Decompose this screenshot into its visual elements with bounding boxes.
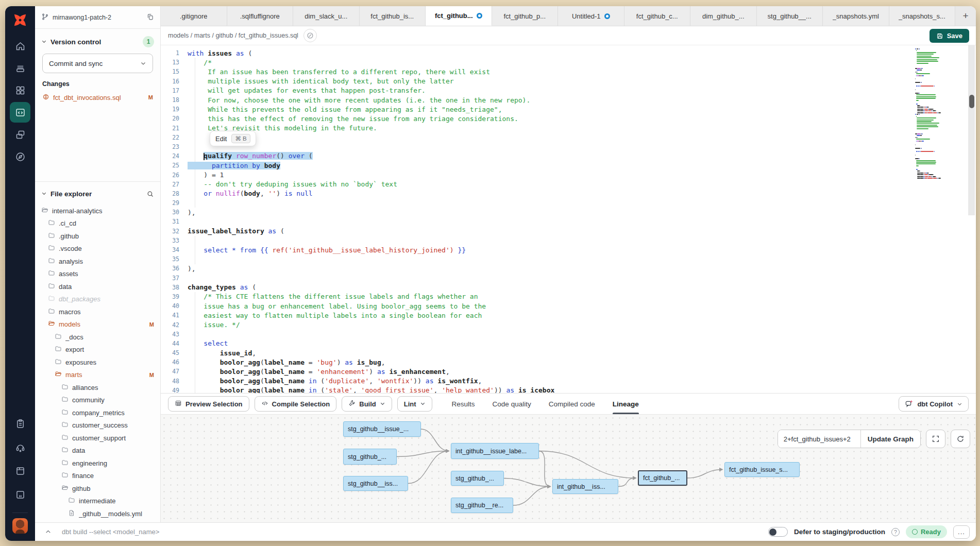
tab-.sqlfluffignore[interactable]: .sqlfluffignore [227,6,294,26]
code-line[interactable]: 36), [161,264,914,273]
lineage-node-8[interactable]: fct_github_issue_s... [724,462,800,477]
version-control-header[interactable]: Version control 1 [41,34,154,49]
tree-item-.vscode[interactable]: .vscode [41,243,154,255]
tab-fct_github_is...[interactable]: fct_github_is... [360,6,426,26]
code-line[interactable]: 23 [161,142,914,151]
tree-item-assets[interactable]: assets [41,268,154,281]
tree-item-marts[interactable]: martsM [41,369,154,382]
tree-item-finance[interactable]: finance [41,470,154,483]
tab-_snapshots_s...[interactable]: _snapshots_s... [889,6,956,26]
tab-.gitignore[interactable]: .gitignore [161,6,227,26]
tree-item-_docs[interactable]: _docs [41,331,154,344]
result-tab-lineage[interactable]: Lineage [613,394,639,414]
code-line[interactable]: 18 For now, choose the one with more rec… [161,95,914,105]
tree-item-alliances[interactable]: alliances [41,381,154,394]
tree-item-intermediate[interactable]: intermediate [41,495,154,508]
lineage-node-5[interactable]: stg_github__re... [451,498,513,513]
dbt-copilot-button[interactable]: dbt Copilot [899,396,969,412]
clipboard-icon[interactable] [10,413,30,434]
code-line[interactable]: 16 multiple issues with identical body t… [161,77,914,86]
code-line[interactable]: 24 qualify row_number() over ( [161,151,914,161]
tree-item-models[interactable]: modelsM [41,318,154,331]
tree-item-data[interactable]: data [41,445,154,457]
code-line[interactable]: 49 boolor_agg(label_name in ('stale', 'g… [161,386,914,393]
tree-item-customer_support[interactable]: customer_support [41,432,154,445]
code-line[interactable]: 1with issues as ( [161,48,914,58]
deploy-stack-icon[interactable] [10,58,30,78]
tree-item-exposures[interactable]: exposures [41,356,154,369]
code-line[interactable]: 38change_types as ( [161,283,914,292]
commit-and-sync-button[interactable]: Commit and sync [42,54,153,73]
update-graph-button[interactable]: Update Graph [860,430,920,448]
lineage-node-2[interactable]: stg_github__iss... [343,476,408,491]
home-icon[interactable] [10,36,30,56]
code-line[interactable]: 22 [161,133,914,142]
lineage-node-7[interactable]: fct_github_... [638,470,687,486]
tab-fct_github...[interactable]: fct_github... [426,6,492,26]
code-line[interactable]: 29 [161,198,914,208]
code-line[interactable]: 31 [161,217,914,226]
command-bar-expand-button[interactable] [41,525,55,539]
tree-item-dbt_packages[interactable]: dbt_packages [41,293,154,306]
fullscreen-button[interactable] [926,430,945,448]
develop-windows-icon[interactable] [10,124,30,145]
code-line[interactable]: 21 Let's revisit this modeling in the fu… [161,124,914,133]
code-line[interactable]: 42 issue. */ [161,320,914,329]
toolbar-button-compile-selection[interactable]: Compile Selection [255,396,337,412]
code-line[interactable]: 45 issue_id, [161,348,914,357]
tree-item-community[interactable]: community [41,394,154,407]
file-lineage-icon-button[interactable] [303,29,317,42]
lineage-node-0[interactable]: stg_github__issue_... [343,421,421,437]
result-tab-compiled-code[interactable]: Compiled code [549,394,595,414]
code-line[interactable]: 48 boolor_agg(label_name in ('duplicate'… [161,377,914,386]
toolbar-button-lint[interactable]: Lint [397,396,432,412]
tree-item-internal-analytics[interactable]: internal-analytics [41,204,154,217]
tree-item-_github__models.yml[interactable]: _github__models.yml [41,507,154,520]
dashboard-grid-icon[interactable] [10,80,30,100]
tree-item-engineering[interactable]: engineering [41,457,154,470]
code-line[interactable]: 39 /* This CTE flattens the different is… [161,292,914,301]
minimap[interactable] [915,48,958,209]
code-line[interactable]: 32issue_label_history as ( [161,227,914,236]
refresh-button[interactable] [951,430,970,448]
lineage-selector-input[interactable] [778,430,860,448]
lineage-node-1[interactable]: stg_github_... [343,449,397,465]
result-tab-code-quality[interactable]: Code quality [493,394,531,414]
changed-file-item[interactable]: fct_dbt_invocations.sqlM [41,91,154,104]
user-avatar[interactable] [12,518,28,534]
code-line[interactable]: 41 easiest way to flatten multiple label… [161,311,914,320]
tab-Untitled-1[interactable]: Untitled-1 [558,6,624,26]
file-explorer-header[interactable]: File explorer [41,186,154,201]
code-line[interactable]: 15 If an issue has been transferred to a… [161,67,914,76]
code-line[interactable]: 43 [161,330,914,339]
editor-scrollbar[interactable] [968,45,975,393]
code-line[interactable]: 44 select [161,339,914,348]
lineage-node-6[interactable]: int_github__iss... [552,479,618,494]
copy-branch-icon[interactable] [146,13,154,22]
new-tab-button[interactable]: + [955,6,976,26]
tree-item-export[interactable]: export [41,344,154,356]
tab-stg_github__...[interactable]: stg_github__... [757,6,823,26]
code-line[interactable]: 25 partition by body [161,161,914,170]
ide-code-icon[interactable] [10,102,30,123]
code-line[interactable]: 40 issue has a bug or enhancement label.… [161,301,914,311]
code-line[interactable]: 33 [161,236,914,245]
code-line[interactable]: 30), [161,208,914,217]
code-line[interactable]: 19 While this prevents the old issue fro… [161,105,914,114]
tree-item-macros[interactable]: macros [41,305,154,318]
scrollbar-thumb[interactable] [969,95,974,108]
save-button[interactable]: Save [930,29,969,43]
notebook-icon[interactable] [10,484,30,505]
toolbar-button-preview-selection[interactable]: Preview Selection [168,396,249,412]
tab-dim_github_...[interactable]: dim_github_... [690,6,757,26]
code-line[interactable]: 27 -- don't try deduping issues with no … [161,180,914,189]
tab-fct_github_c...[interactable]: fct_github_c... [624,6,691,26]
tree-item-github[interactable]: github [41,482,154,495]
code-line[interactable]: 46 boolor_agg(label_name = 'bug') as is_… [161,357,914,367]
code-editor[interactable]: 1with issues as (13 /*15 If an issue has… [161,45,976,393]
tab-_snapshots.yml[interactable]: _snapshots.yml [823,6,889,26]
code-line[interactable]: 17 will get updates for events that happ… [161,86,914,95]
tab-dim_slack_u...[interactable]: dim_slack_u... [293,6,360,26]
lineage-node-3[interactable]: int_github__issue_labe... [451,443,539,459]
explore-compass-icon[interactable] [10,146,30,167]
